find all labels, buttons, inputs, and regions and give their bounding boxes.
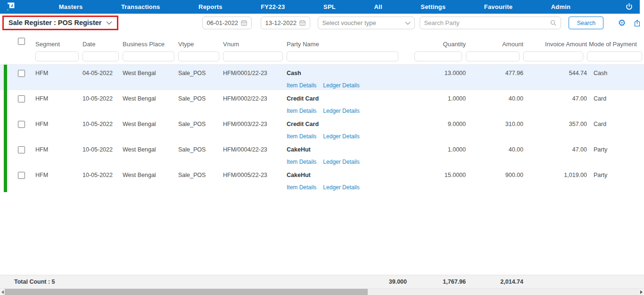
date-from-value: 06-01-2022 (206, 19, 238, 26)
col-header-mode-of-payment[interactable]: Mode of Payment (587, 38, 644, 48)
scrollbar-thumb[interactable] (5, 289, 368, 295)
row-checkbox[interactable] (18, 172, 25, 179)
col-header-vnum[interactable]: Vnum (223, 38, 287, 48)
nav-item-transactions[interactable]: Transactions (121, 3, 160, 10)
ledger-details-link[interactable]: Ledger Details (323, 184, 359, 191)
cell-invoice-amount: 544.74 (523, 70, 587, 90)
select-all-checkbox[interactable] (18, 38, 25, 45)
cell-quantity: 1.0000 (407, 146, 466, 167)
filter-input-quantity[interactable] (414, 51, 462, 61)
app-logo[interactable] (0, 2, 21, 12)
table-row[interactable]: HFM 10-05-2022 West Bengal Sale_POS HFM/… (0, 116, 644, 141)
nav-item-admin[interactable]: Admin (551, 3, 570, 10)
calendar-icon[interactable] (299, 19, 306, 26)
total-invoice-amount: 2,014.74 (466, 278, 523, 285)
cell-amount: 40.00 (466, 95, 523, 116)
cell-party-name: Credit Card (287, 121, 407, 127)
cell-vnum: HFM/0004/22-23 (223, 146, 287, 167)
cell-party-name: CakeHut (287, 172, 407, 178)
party-search-field[interactable] (420, 17, 561, 29)
cell-segment: HFM (35, 70, 83, 90)
col-header-business-place[interactable]: Business Place (123, 38, 178, 48)
cell-invoice-amount: 1,019.00 (523, 172, 587, 192)
col-header-party-name[interactable]: Party Name (287, 38, 407, 48)
filter-input-amount[interactable] (466, 51, 520, 61)
voucher-type-select[interactable]: Select voucher type (318, 17, 415, 29)
cell-mode-of-payment: Party (587, 172, 644, 192)
nav-item-settings[interactable]: Settings (421, 3, 446, 10)
logout-power-button[interactable] (618, 3, 640, 11)
row-checkbox[interactable] (18, 121, 25, 128)
ledger-details-link[interactable]: Ledger Details (323, 82, 359, 89)
nav-item-spl[interactable]: SPL (323, 3, 336, 10)
row-checkbox[interactable] (18, 70, 25, 77)
col-header-vtype[interactable]: Vtype (178, 38, 223, 48)
col-header-date[interactable]: Date (83, 38, 123, 48)
cell-vtype: Sale_POS (178, 70, 223, 90)
cell-business-place: West Bengal (123, 146, 178, 167)
cell-mode-of-payment: Cash (587, 70, 644, 90)
cell-vtype: Sale_POS (178, 95, 223, 116)
cell-date: 10-05-2022 (83, 146, 123, 167)
report-type-selector[interactable]: Sale Register : POS Register (2, 16, 118, 30)
gear-icon: ⚙ (618, 18, 626, 27)
col-header-amount[interactable]: Amount (466, 38, 523, 48)
ledger-details-link[interactable]: Ledger Details (323, 133, 359, 140)
item-details-link[interactable]: Item Details (287, 184, 316, 191)
cell-segment: HFM (35, 121, 83, 141)
filter-input-date[interactable] (83, 51, 119, 61)
nav-item-reports[interactable]: Reports (198, 3, 223, 10)
cell-business-place: West Bengal (123, 70, 178, 90)
table-row[interactable]: HFM 10-05-2022 West Bengal Sale_POS HFM/… (0, 141, 644, 167)
filter-input-vtype[interactable] (178, 51, 219, 61)
cell-business-place: West Bengal (123, 95, 178, 116)
row-checkbox[interactable] (18, 95, 25, 102)
cell-amount: 477.96 (466, 70, 523, 90)
table-row[interactable]: HFM 10-05-2022 West Bengal Sale_POS HFM/… (0, 90, 644, 116)
nav-item-all[interactable]: All (374, 3, 382, 10)
scrollbar-track[interactable] (4, 289, 640, 295)
col-header-invoice-amount[interactable]: Invoice Amount (523, 38, 587, 48)
cell-vtype: Sale_POS (178, 146, 223, 167)
cell-vtype: Sale_POS (178, 172, 223, 192)
search-button[interactable]: Search (569, 17, 603, 29)
filter-input-invoice-amount[interactable] (523, 51, 583, 61)
cell-segment: HFM (35, 146, 83, 167)
col-header-segment[interactable]: Segment (35, 38, 83, 48)
cell-party-name: Credit Card (287, 95, 407, 102)
reckon-logo-icon (6, 2, 16, 12)
settings-button[interactable]: ⚙ (618, 18, 626, 27)
table-body: HFM 04-05-2022 West Bengal Sale_POS HFM/… (0, 64, 644, 192)
calendar-icon[interactable] (240, 19, 248, 26)
date-from-input[interactable]: 06-01-2022 (202, 17, 252, 29)
ledger-details-link[interactable]: Ledger Details (323, 108, 359, 114)
nav-item-favourite[interactable]: Favourite (484, 3, 512, 10)
item-details-link[interactable]: Item Details (287, 159, 316, 165)
search-icon (550, 19, 557, 26)
table-row[interactable]: HFM 10-05-2022 West Bengal Sale_POS HFM/… (0, 167, 644, 192)
filter-input-business-place[interactable] (123, 51, 174, 61)
scroll-right-arrow-icon[interactable] (640, 290, 643, 294)
cell-vnum: HFM/0001/22-23 (223, 70, 287, 90)
party-search-input[interactable] (424, 19, 550, 26)
chevron-down-icon (106, 21, 112, 25)
cell-date: 10-05-2022 (83, 121, 123, 141)
export-button[interactable] (633, 19, 641, 27)
filter-input-party-name[interactable] (287, 51, 398, 61)
col-header-quantity[interactable]: Quantity (407, 38, 466, 48)
ledger-details-link[interactable]: Ledger Details (323, 159, 359, 165)
row-checkbox[interactable] (18, 146, 25, 153)
filter-input-mode-of-payment[interactable] (587, 51, 642, 61)
report-selector-label: Sale Register : POS Register (8, 19, 101, 26)
table-row[interactable]: HFM 04-05-2022 West Bengal Sale_POS HFM/… (0, 65, 644, 90)
date-to-input[interactable]: 13-12-2022 (261, 17, 310, 29)
filter-input-vnum[interactable] (223, 51, 283, 61)
top-navbar: Masters Transactions Reports FY22-23 SPL… (0, 0, 640, 14)
nav-item-masters[interactable]: Masters (59, 3, 83, 10)
item-details-link[interactable]: Item Details (287, 82, 316, 89)
item-details-link[interactable]: Item Details (287, 133, 316, 140)
item-details-link[interactable]: Item Details (287, 108, 316, 114)
filter-input-segment[interactable] (35, 51, 79, 61)
nav-item-fy22-23[interactable]: FY22-23 (261, 3, 285, 10)
horizontal-scrollbar[interactable] (0, 289, 644, 295)
